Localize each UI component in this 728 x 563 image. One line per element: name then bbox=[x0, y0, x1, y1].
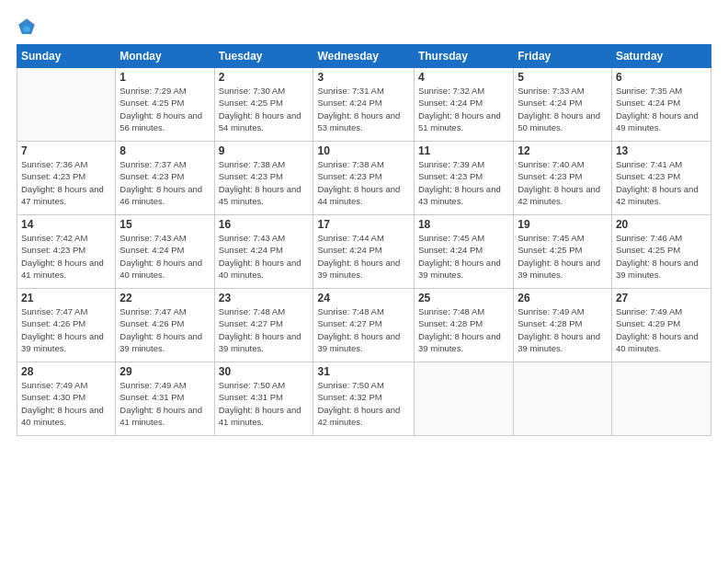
calendar-cell: 10 Sunrise: 7:38 AMSunset: 4:23 PMDaylig… bbox=[313, 142, 414, 215]
weekday-row: SundayMondayTuesdayWednesdayThursdayFrid… bbox=[17, 45, 711, 68]
day-info: Sunrise: 7:38 AMSunset: 4:23 PMDaylight:… bbox=[219, 158, 310, 207]
calendar-cell: 2 Sunrise: 7:30 AMSunset: 4:25 PMDayligh… bbox=[214, 68, 313, 142]
calendar-week-row: 21 Sunrise: 7:47 AMSunset: 4:26 PMDaylig… bbox=[17, 289, 711, 362]
day-number: 9 bbox=[219, 144, 310, 157]
day-info: Sunrise: 7:49 AMSunset: 4:31 PMDaylight:… bbox=[119, 379, 210, 428]
day-info: Sunrise: 7:50 AMSunset: 4:32 PMDaylight:… bbox=[317, 379, 409, 428]
day-number: 21 bbox=[21, 292, 111, 304]
day-number: 2 bbox=[219, 71, 310, 84]
calendar-cell bbox=[17, 68, 116, 142]
logo-icon bbox=[17, 17, 37, 37]
calendar-cell: 3 Sunrise: 7:31 AMSunset: 4:24 PMDayligh… bbox=[313, 68, 414, 142]
weekday-header: Tuesday bbox=[214, 45, 313, 68]
day-number: 17 bbox=[317, 218, 409, 231]
calendar-cell: 4 Sunrise: 7:32 AMSunset: 4:24 PMDayligh… bbox=[414, 68, 513, 142]
day-number: 16 bbox=[219, 218, 310, 231]
day-number: 12 bbox=[518, 144, 608, 157]
calendar: SundayMondayTuesdayWednesdayThursdayFrid… bbox=[17, 44, 711, 436]
day-info: Sunrise: 7:32 AMSunset: 4:24 PMDaylight:… bbox=[418, 85, 509, 133]
day-info: Sunrise: 7:49 AMSunset: 4:30 PMDaylight:… bbox=[21, 379, 111, 428]
day-info: Sunrise: 7:50 AMSunset: 4:31 PMDaylight:… bbox=[219, 379, 310, 428]
day-info: Sunrise: 7:29 AMSunset: 4:25 PMDaylight:… bbox=[119, 85, 210, 133]
day-info: Sunrise: 7:30 AMSunset: 4:25 PMDaylight:… bbox=[219, 85, 310, 133]
day-number: 28 bbox=[21, 365, 111, 378]
day-info: Sunrise: 7:36 AMSunset: 4:23 PMDaylight:… bbox=[21, 158, 111, 207]
calendar-week-row: 1 Sunrise: 7:29 AMSunset: 4:25 PMDayligh… bbox=[17, 68, 711, 142]
calendar-cell: 8 Sunrise: 7:37 AMSunset: 4:23 PMDayligh… bbox=[116, 142, 214, 215]
day-number: 19 bbox=[518, 218, 608, 231]
calendar-cell: 28 Sunrise: 7:49 AMSunset: 4:30 PMDaylig… bbox=[17, 362, 116, 436]
day-info: Sunrise: 7:46 AMSunset: 4:25 PMDaylight:… bbox=[616, 232, 707, 281]
day-info: Sunrise: 7:49 AMSunset: 4:29 PMDaylight:… bbox=[616, 305, 707, 354]
calendar-cell: 21 Sunrise: 7:47 AMSunset: 4:26 PMDaylig… bbox=[17, 289, 116, 362]
calendar-cell: 25 Sunrise: 7:48 AMSunset: 4:28 PMDaylig… bbox=[414, 289, 513, 362]
day-number: 5 bbox=[518, 71, 608, 84]
day-info: Sunrise: 7:37 AMSunset: 4:23 PMDaylight:… bbox=[119, 158, 210, 207]
day-info: Sunrise: 7:41 AMSunset: 4:23 PMDaylight:… bbox=[616, 158, 707, 207]
day-number: 6 bbox=[616, 71, 707, 84]
day-number: 7 bbox=[21, 144, 111, 157]
day-info: Sunrise: 7:44 AMSunset: 4:24 PMDaylight:… bbox=[317, 232, 409, 281]
calendar-cell: 18 Sunrise: 7:45 AMSunset: 4:24 PMDaylig… bbox=[414, 215, 513, 289]
calendar-cell bbox=[414, 362, 513, 436]
calendar-cell: 16 Sunrise: 7:43 AMSunset: 4:24 PMDaylig… bbox=[214, 215, 313, 289]
day-number: 11 bbox=[418, 144, 509, 157]
calendar-week-row: 7 Sunrise: 7:36 AMSunset: 4:23 PMDayligh… bbox=[17, 142, 711, 215]
day-info: Sunrise: 7:31 AMSunset: 4:24 PMDaylight:… bbox=[317, 85, 409, 133]
calendar-body: 1 Sunrise: 7:29 AMSunset: 4:25 PMDayligh… bbox=[17, 68, 711, 436]
day-number: 1 bbox=[119, 71, 210, 84]
day-number: 4 bbox=[418, 71, 509, 84]
weekday-header: Saturday bbox=[611, 45, 711, 68]
calendar-cell: 13 Sunrise: 7:41 AMSunset: 4:23 PMDaylig… bbox=[611, 142, 711, 215]
weekday-header: Friday bbox=[514, 45, 612, 68]
weekday-header: Monday bbox=[116, 45, 214, 68]
calendar-cell: 7 Sunrise: 7:36 AMSunset: 4:23 PMDayligh… bbox=[17, 142, 116, 215]
day-info: Sunrise: 7:43 AMSunset: 4:24 PMDaylight:… bbox=[219, 232, 310, 281]
weekday-header: Sunday bbox=[17, 45, 116, 68]
calendar-cell: 23 Sunrise: 7:48 AMSunset: 4:27 PMDaylig… bbox=[214, 289, 313, 362]
header bbox=[17, 17, 711, 37]
calendar-cell: 17 Sunrise: 7:44 AMSunset: 4:24 PMDaylig… bbox=[313, 215, 414, 289]
day-info: Sunrise: 7:39 AMSunset: 4:23 PMDaylight:… bbox=[418, 158, 509, 207]
day-number: 15 bbox=[119, 218, 210, 231]
calendar-cell: 5 Sunrise: 7:33 AMSunset: 4:24 PMDayligh… bbox=[514, 68, 612, 142]
day-info: Sunrise: 7:48 AMSunset: 4:27 PMDaylight:… bbox=[317, 305, 409, 354]
day-number: 3 bbox=[317, 71, 409, 84]
calendar-cell: 31 Sunrise: 7:50 AMSunset: 4:32 PMDaylig… bbox=[313, 362, 414, 436]
day-info: Sunrise: 7:35 AMSunset: 4:24 PMDaylight:… bbox=[616, 85, 707, 133]
day-info: Sunrise: 7:43 AMSunset: 4:24 PMDaylight:… bbox=[119, 232, 210, 281]
calendar-cell: 9 Sunrise: 7:38 AMSunset: 4:23 PMDayligh… bbox=[214, 142, 313, 215]
day-number: 8 bbox=[119, 144, 210, 157]
calendar-cell: 24 Sunrise: 7:48 AMSunset: 4:27 PMDaylig… bbox=[313, 289, 414, 362]
day-number: 20 bbox=[616, 218, 707, 231]
day-number: 14 bbox=[21, 218, 111, 231]
calendar-cell: 15 Sunrise: 7:43 AMSunset: 4:24 PMDaylig… bbox=[116, 215, 214, 289]
day-info: Sunrise: 7:45 AMSunset: 4:25 PMDaylight:… bbox=[518, 232, 608, 281]
day-info: Sunrise: 7:47 AMSunset: 4:26 PMDaylight:… bbox=[21, 305, 111, 354]
weekday-header: Thursday bbox=[414, 45, 513, 68]
logo bbox=[17, 17, 39, 37]
day-info: Sunrise: 7:45 AMSunset: 4:24 PMDaylight:… bbox=[418, 232, 509, 281]
day-number: 27 bbox=[616, 292, 707, 304]
calendar-cell bbox=[514, 362, 612, 436]
calendar-cell: 26 Sunrise: 7:49 AMSunset: 4:28 PMDaylig… bbox=[514, 289, 612, 362]
calendar-header: SundayMondayTuesdayWednesdayThursdayFrid… bbox=[17, 45, 711, 68]
day-number: 18 bbox=[418, 218, 509, 231]
day-info: Sunrise: 7:40 AMSunset: 4:23 PMDaylight:… bbox=[518, 158, 608, 207]
day-number: 30 bbox=[219, 365, 310, 378]
day-number: 10 bbox=[317, 144, 409, 157]
day-info: Sunrise: 7:48 AMSunset: 4:27 PMDaylight:… bbox=[219, 305, 310, 354]
calendar-cell: 14 Sunrise: 7:42 AMSunset: 4:23 PMDaylig… bbox=[17, 215, 116, 289]
day-info: Sunrise: 7:47 AMSunset: 4:26 PMDaylight:… bbox=[119, 305, 210, 354]
calendar-cell bbox=[611, 362, 711, 436]
day-info: Sunrise: 7:48 AMSunset: 4:28 PMDaylight:… bbox=[418, 305, 509, 354]
calendar-cell: 29 Sunrise: 7:49 AMSunset: 4:31 PMDaylig… bbox=[116, 362, 214, 436]
day-info: Sunrise: 7:42 AMSunset: 4:23 PMDaylight:… bbox=[21, 232, 111, 281]
day-number: 29 bbox=[119, 365, 210, 378]
day-number: 26 bbox=[518, 292, 608, 304]
calendar-cell: 22 Sunrise: 7:47 AMSunset: 4:26 PMDaylig… bbox=[116, 289, 214, 362]
day-number: 31 bbox=[317, 365, 409, 378]
day-number: 13 bbox=[616, 144, 707, 157]
calendar-week-row: 14 Sunrise: 7:42 AMSunset: 4:23 PMDaylig… bbox=[17, 215, 711, 289]
calendar-cell: 19 Sunrise: 7:45 AMSunset: 4:25 PMDaylig… bbox=[514, 215, 612, 289]
